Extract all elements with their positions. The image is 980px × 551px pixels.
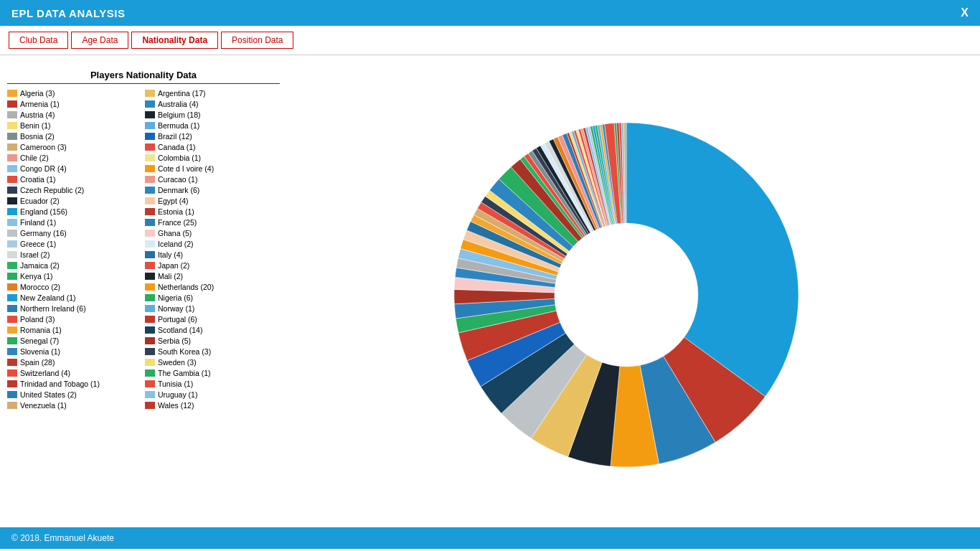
legend-item-label: Scotland (14) [158,326,202,334]
legend-color-swatch [7,294,17,301]
legend-item: Northern Ireland (6) [7,303,142,314]
legend-item: Chile (2) [7,153,142,163]
tab-age-data[interactable]: Age Data [71,32,128,49]
legend-color-swatch [145,240,155,248]
close-button[interactable]: X [961,6,969,19]
legend-color-swatch [145,100,155,108]
legend-color-swatch [7,283,17,291]
legend-item: Wales (12) [145,400,280,410]
legend-item: Nigeria (6) [145,293,280,303]
legend-item-label: Canada (1) [158,143,196,151]
legend-item-label: Germany (16) [20,229,67,237]
legend-color-swatch [7,197,17,204]
donut-chart [440,94,813,496]
legend-item: Bermuda (1) [145,121,280,131]
legend-color-swatch [7,402,17,409]
legend-item: Portugal (6) [145,314,280,324]
legend-color-swatch [7,262,17,269]
legend-color-swatch [7,90,17,97]
main-content: Players Nationality Data Algeria (3)Arge… [0,55,980,527]
legend-color-swatch [145,273,155,280]
legend-item: Romania (1) [7,325,142,335]
legend-item: Canada (1) [145,142,280,152]
legend-color-swatch [145,337,155,344]
legend-item: Norway (1) [145,303,280,314]
legend-item: Armenia (1) [7,99,142,109]
legend-item: Bosnia (2) [7,131,142,141]
legend-color-swatch [7,316,17,323]
legend-color-swatch [7,273,17,280]
legend-item-label: Nigeria (6) [158,293,193,302]
legend-item-label: Bosnia (2) [20,132,55,141]
legend-item: Sweden (3) [145,357,280,367]
legend-color-swatch [145,165,155,172]
legend-color-swatch [7,187,17,194]
legend-item-label: Austria (4) [20,110,55,119]
legend-item: Austria (4) [7,110,142,120]
tab-club-data[interactable]: Club Data [9,32,68,49]
legend-color-swatch [145,111,155,118]
legend-item: Kenya (1) [7,271,142,281]
legend-item-label: Cameroon (3) [20,143,67,151]
legend-color-swatch [145,122,155,129]
legend-item-label: Mali (2) [158,272,183,281]
legend-color-swatch [7,143,17,151]
legend-color-swatch [7,337,17,344]
legend-item: Netherlands (20) [145,282,280,292]
legend-item: Tunisia (1) [145,379,280,389]
legend-color-swatch [7,391,17,398]
legend-item-label: Ecuador (2) [20,197,60,205]
legend-item: Senegal (7) [7,336,142,346]
legend-item-label: England (156) [20,207,67,216]
legend-color-swatch [7,165,17,172]
chart-segment [626,123,798,397]
legend-color-swatch [145,326,155,334]
legend-item-label: Norway (1) [158,304,194,313]
legend-item: Czech Republic (2) [7,185,142,195]
legend-item: Denmark (6) [145,185,280,195]
legend-item: Finland (1) [7,217,142,227]
footer-text: © 2018. Emmanuel Akuete [11,533,114,543]
legend-color-swatch [145,262,155,269]
legend-item: Scotland (14) [145,325,280,335]
legend-color-swatch [145,359,155,366]
legend-item: Belgium (18) [145,110,280,120]
legend-item: Algeria (3) [7,88,142,98]
legend-item: France (25) [145,217,280,227]
legend-color-swatch [7,176,17,183]
legend-item-label: Benin (1) [20,121,51,130]
legend-item: Poland (3) [7,314,142,324]
tab-nationality-data[interactable]: Nationality Data [131,32,218,49]
legend-item-label: Serbia (5) [158,336,191,345]
legend-item: Ghana (5) [145,228,280,238]
legend-color-swatch [145,380,155,387]
legend-item-label: Belgium (18) [158,110,201,119]
legend-item-label: Kenya (1) [20,272,53,281]
legend-color-swatch [7,100,17,108]
legend-item: Argentina (17) [145,88,280,98]
legend-color-swatch [145,90,155,97]
legend-item-label: Colombia (1) [158,154,201,162]
legend-item: Curacao (1) [145,174,280,184]
legend-item: Croatia (1) [7,174,142,184]
legend-item-label: Ghana (5) [158,229,192,237]
legend-color-swatch [7,359,17,366]
legend-color-swatch [145,369,155,377]
legend-item: Ecuador (2) [7,196,142,206]
tab-position-data[interactable]: Position Data [221,32,293,49]
legend-color-swatch [145,402,155,409]
legend-color-swatch [7,208,17,215]
legend-item-label: United States (2) [20,390,77,399]
legend-color-swatch [145,143,155,151]
legend-item-label: South Korea (3) [158,347,211,356]
legend-item-label: Israel (2) [20,250,50,259]
legend-color-swatch [145,294,155,301]
legend-item: Switzerland (4) [7,368,142,378]
legend-color-swatch [145,197,155,204]
legend-color-swatch [7,122,17,129]
legend-item: Italy (4) [145,250,280,260]
legend-item-label: Italy (4) [158,250,183,259]
legend-color-swatch [7,230,17,237]
legend-item-label: New Zealand (1) [20,293,76,302]
legend-color-swatch [145,219,155,226]
